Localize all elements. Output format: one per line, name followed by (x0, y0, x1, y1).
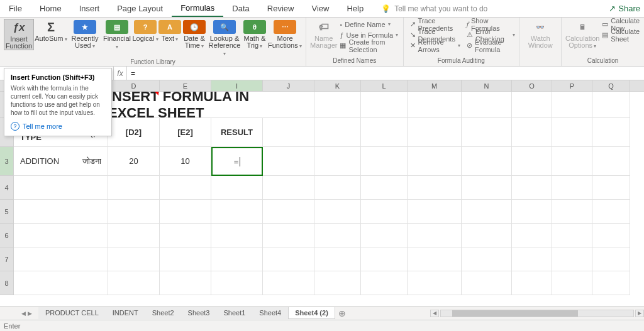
col-header-m[interactable]: M (408, 80, 462, 91)
cell[interactable] (14, 224, 108, 247)
cell[interactable] (14, 200, 108, 224)
cell[interactable] (314, 247, 361, 271)
cell[interactable] (211, 200, 263, 224)
col-header-k[interactable]: K (314, 80, 361, 91)
cell[interactable] (314, 224, 361, 247)
row-header-3[interactable]: 3 (0, 147, 14, 176)
cell[interactable] (408, 271, 462, 295)
cell[interactable] (361, 92, 408, 118)
menu-tab-page-layout[interactable]: Page Layout (108, 0, 172, 17)
sheet-tab-sheet1[interactable]: Sheet1 (216, 307, 252, 319)
menu-tab-help[interactable]: Help (338, 0, 372, 17)
cell[interactable] (552, 271, 592, 295)
more-functions-button[interactable]: ⋯ More Functions (268, 19, 302, 50)
tell-me-search[interactable]: 💡 Tell me what you want to do (372, 4, 496, 13)
menu-tab-insert[interactable]: Insert (70, 0, 109, 17)
cell-d2[interactable]: [D2] (108, 118, 160, 147)
sheet-tab-sheet3[interactable]: Sheet3 (181, 307, 217, 319)
scroll-left-icon[interactable]: ◀ (430, 310, 439, 317)
cell[interactable] (552, 200, 592, 224)
row-header-4[interactable]: 4 (0, 176, 14, 200)
menu-tab-review[interactable]: Review (258, 0, 303, 17)
cell[interactable] (462, 224, 512, 247)
cell[interactable] (263, 176, 314, 200)
cell[interactable] (408, 147, 462, 176)
text-button[interactable]: A Text (158, 19, 181, 43)
cell[interactable] (512, 176, 552, 200)
col-header-n[interactable]: N (462, 80, 512, 91)
cell[interactable] (592, 92, 630, 118)
financial-button[interactable]: ▤ Financial (102, 19, 132, 50)
menu-tab-data[interactable]: Data (223, 0, 258, 17)
cell[interactable] (263, 271, 314, 295)
autosum-button[interactable]: Σ AutoSum (34, 19, 68, 43)
cell[interactable] (14, 271, 108, 295)
cell[interactable] (211, 271, 263, 295)
sheet-nav-prev-icon[interactable]: ◀ (21, 310, 26, 317)
menu-tab-home[interactable]: Home (31, 0, 70, 17)
cell[interactable] (512, 247, 552, 271)
add-sheet-button[interactable]: ⊕ (335, 308, 349, 318)
cell[interactable] (14, 247, 108, 271)
cell[interactable] (552, 92, 592, 118)
cell[interactable] (361, 224, 408, 247)
cell[interactable] (314, 92, 361, 118)
cell[interactable] (512, 92, 552, 118)
cell[interactable] (263, 118, 314, 147)
cell[interactable] (408, 224, 462, 247)
cell[interactable] (552, 247, 592, 271)
cell[interactable] (314, 200, 361, 224)
cell[interactable] (512, 200, 552, 224)
cell[interactable] (512, 147, 552, 176)
cell[interactable] (108, 200, 160, 224)
scroll-track[interactable] (440, 310, 634, 317)
cell[interactable] (160, 176, 211, 200)
col-header-q[interactable]: Q (592, 80, 630, 91)
menu-tab-formulas[interactable]: Formulas (172, 0, 223, 17)
cell[interactable] (462, 176, 512, 200)
evaluate-formula-button[interactable]: ⊘Evaluate Formula (467, 40, 515, 51)
cell[interactable] (552, 147, 592, 176)
cell[interactable] (592, 247, 630, 271)
cell[interactable] (263, 247, 314, 271)
menu-tab-file[interactable]: File (0, 0, 31, 17)
cell[interactable] (592, 176, 630, 200)
share-button[interactable]: ↗ Share (609, 4, 644, 13)
cell[interactable] (592, 271, 630, 295)
cell[interactable] (211, 224, 263, 247)
tooltip-tell-me-more[interactable]: ? Tell me more (11, 122, 105, 131)
cell-e2[interactable]: [E2] (160, 118, 211, 147)
math-trig-button[interactable]: θ Math & Trig (242, 19, 268, 50)
col-header-l[interactable]: L (361, 80, 408, 91)
row-header-5[interactable]: 5 (0, 200, 14, 224)
cell[interactable] (462, 118, 512, 147)
cell[interactable] (14, 176, 108, 200)
cell[interactable] (592, 118, 630, 147)
cell[interactable] (462, 92, 512, 118)
cell[interactable] (462, 271, 512, 295)
cell[interactable] (592, 200, 630, 224)
cell[interactable] (160, 200, 211, 224)
cell[interactable] (361, 200, 408, 224)
cell[interactable] (263, 224, 314, 247)
cell[interactable] (462, 147, 512, 176)
cell[interactable] (408, 92, 462, 118)
formula-input[interactable]: = (127, 69, 644, 78)
cell-c3[interactable]: ADDITION जोडना (14, 147, 108, 176)
sheet-nav-next-icon[interactable]: ▶ (28, 310, 32, 317)
cell-e3[interactable]: 10 (160, 147, 211, 176)
cell[interactable] (211, 247, 263, 271)
cell[interactable] (361, 118, 408, 147)
cell[interactable] (314, 271, 361, 295)
cell-i2[interactable]: RESULT (211, 118, 263, 147)
cell[interactable] (314, 147, 361, 176)
sheet-tab-sheet4[interactable]: Sheet4 (252, 307, 288, 319)
menu-tab-view[interactable]: View (303, 0, 338, 17)
cell[interactable] (408, 176, 462, 200)
define-name-button[interactable]: ▫Define Name (340, 19, 399, 30)
sheet-tab-product-cell[interactable]: PRODUCT CELL (38, 307, 106, 319)
cell[interactable] (361, 247, 408, 271)
cell[interactable] (512, 271, 552, 295)
cell[interactable] (462, 247, 512, 271)
cell[interactable] (263, 147, 314, 176)
